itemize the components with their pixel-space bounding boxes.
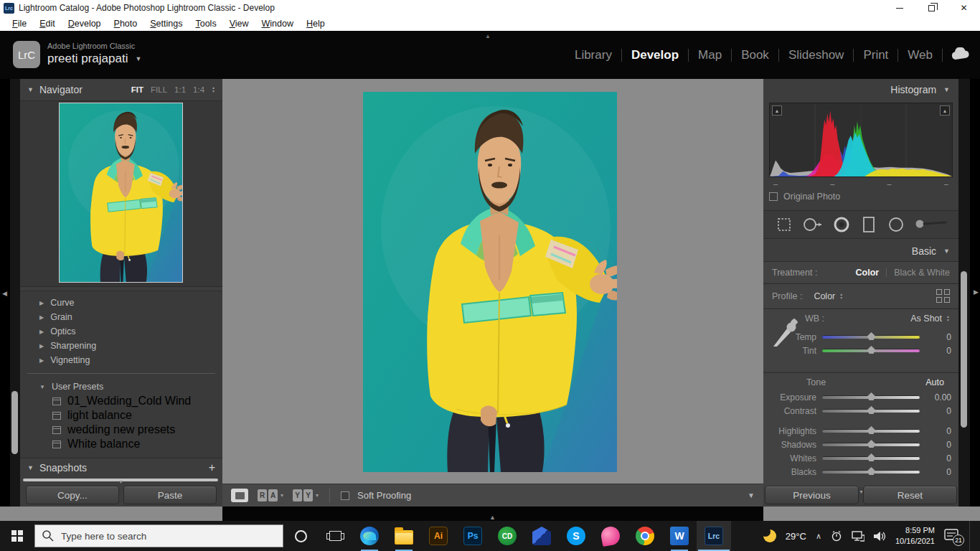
- zoom-fit[interactable]: FIT: [131, 85, 143, 94]
- treatment-bw-option[interactable]: Black & White: [894, 268, 950, 278]
- profile-browser-icon[interactable]: [936, 289, 950, 303]
- preset-item[interactable]: light balance: [20, 408, 222, 423]
- module-library[interactable]: Library: [565, 48, 621, 62]
- crop-tool-icon[interactable]: [775, 215, 793, 234]
- menu-file[interactable]: File: [6, 17, 33, 30]
- right-scrollbar[interactable]: [958, 79, 970, 507]
- taskbar-clock[interactable]: 8:59 PM 10/16/2021: [895, 525, 935, 547]
- weather-moon-icon[interactable]: [763, 529, 776, 542]
- menu-develop[interactable]: Develop: [62, 17, 108, 30]
- task-view-button[interactable]: [318, 521, 352, 551]
- menu-view[interactable]: View: [223, 17, 255, 30]
- before-after-y2[interactable]: Y: [303, 489, 313, 501]
- reference-view-r[interactable]: R: [258, 489, 267, 501]
- filmstrip-handle[interactable]: ▲: [489, 514, 496, 521]
- left-scrollbar-thumb[interactable]: [11, 391, 18, 454]
- zoom-spinner-icon[interactable]: ▲▼: [212, 86, 215, 93]
- adjustment-brush-tool-icon[interactable]: [914, 215, 947, 234]
- right-scrollbar-thumb[interactable]: [961, 271, 967, 428]
- temp-slider[interactable]: [822, 335, 920, 339]
- original-photo-checkbox[interactable]: [769, 192, 778, 201]
- spot-removal-tool-icon[interactable]: [802, 215, 824, 234]
- add-snapshot-button[interactable]: +: [209, 461, 215, 474]
- graduated-filter-tool-icon[interactable]: [859, 215, 878, 234]
- histogram[interactable]: ▲ ▲: [769, 103, 953, 177]
- taskbar-blue-app[interactable]: [524, 521, 559, 551]
- auto-tone-button[interactable]: Auto: [920, 377, 950, 388]
- section-sharpening[interactable]: ▶ Sharpening: [20, 339, 222, 353]
- reference-view-a[interactable]: A: [268, 489, 278, 501]
- navigator-header[interactable]: ▼ Navigator FIT FILL 1:1 1:4 ▲▼: [20, 79, 222, 100]
- cortana-button[interactable]: [283, 521, 318, 551]
- zoom-fill[interactable]: FILL: [151, 85, 167, 94]
- navigator-thumbnail[interactable]: [59, 103, 183, 283]
- whites-slider-thumb[interactable]: [867, 453, 875, 461]
- search-input[interactable]: [34, 524, 283, 547]
- section-user-presets[interactable]: ▼ User Presets: [20, 380, 222, 394]
- tint-slider-thumb[interactable]: [867, 346, 875, 354]
- taskbar-coreldraw[interactable]: CD: [490, 521, 524, 551]
- histogram-header[interactable]: Histogram ▼: [763, 79, 958, 100]
- collapse-top-handle[interactable]: ▲: [485, 33, 491, 39]
- paste-button[interactable]: Paste: [123, 486, 217, 504]
- before-after-y1[interactable]: Y: [293, 489, 302, 501]
- preset-item[interactable]: White balance: [20, 437, 222, 451]
- left-scrollbar[interactable]: [10, 79, 20, 507]
- previous-button[interactable]: Previous: [765, 486, 859, 504]
- basic-panel-header[interactable]: Basic ▼: [763, 241, 958, 261]
- identity-plate[interactable]: preeti prajapati ▼: [47, 52, 141, 66]
- highlights-slider-thumb[interactable]: [867, 426, 875, 434]
- panel-resize-caret[interactable]: ▼: [118, 479, 123, 484]
- zoom-1-4[interactable]: 1:4: [193, 85, 204, 94]
- zoom-1-1[interactable]: 1:1: [174, 85, 186, 94]
- shadows-slider[interactable]: [822, 443, 920, 446]
- taskbar-photoshop[interactable]: Ps: [456, 521, 490, 551]
- menu-edit[interactable]: Edit: [33, 17, 62, 30]
- treatment-color-option[interactable]: Color: [856, 268, 880, 278]
- loupe-view-button[interactable]: [231, 489, 248, 502]
- tray-alarm-icon[interactable]: [831, 530, 842, 542]
- triangle-down-small-icon[interactable]: ▾: [316, 492, 319, 499]
- menu-photo[interactable]: Photo: [108, 17, 144, 30]
- taskbar-file-explorer[interactable]: [387, 521, 421, 551]
- before-after-buttons[interactable]: Y Y ▾: [293, 489, 319, 501]
- blacks-slider-thumb[interactable]: [867, 467, 875, 475]
- temp-slider-thumb[interactable]: [867, 332, 875, 340]
- red-eye-tool-icon[interactable]: [832, 215, 851, 234]
- profile-select[interactable]: Color ▲▼: [814, 291, 843, 301]
- triangle-down-small-icon[interactable]: ▾: [281, 492, 283, 499]
- volume-icon[interactable]: [874, 531, 886, 542]
- exposure-slider-thumb[interactable]: [867, 392, 875, 400]
- wb-eyedropper-icon[interactable]: [771, 315, 798, 348]
- taskbar-illustrator[interactable]: Ai: [421, 521, 456, 551]
- preset-item[interactable]: wedding new presets: [20, 423, 222, 437]
- section-vignetting[interactable]: ▶ Vignetting: [20, 353, 222, 367]
- network-icon[interactable]: [852, 531, 864, 542]
- menu-window[interactable]: Window: [255, 17, 300, 30]
- highlight-clipping-indicator[interactable]: ▲: [940, 105, 950, 116]
- taskbar-pink-app[interactable]: [593, 521, 628, 551]
- shadow-clipping-indicator[interactable]: ▲: [772, 105, 782, 116]
- menu-help[interactable]: Help: [300, 17, 331, 30]
- restore-button[interactable]: [915, 0, 948, 16]
- weather-temperature[interactable]: 29°C: [786, 531, 806, 542]
- blacks-slider[interactable]: [822, 470, 920, 474]
- section-curve[interactable]: ▶ Curve: [20, 296, 222, 310]
- tray-chevron-up-icon[interactable]: ∧: [816, 532, 821, 541]
- taskbar-chrome[interactable]: [628, 521, 662, 551]
- taskbar-edge[interactable]: [352, 521, 387, 551]
- action-center-button[interactable]: 21: [944, 529, 960, 543]
- taskbar-lightroom[interactable]: Lrc: [697, 521, 731, 551]
- section-grain[interactable]: ▶ Grain: [20, 310, 222, 324]
- main-photo[interactable]: [363, 92, 617, 472]
- reference-view-buttons[interactable]: R A ▾: [258, 489, 283, 501]
- tint-slider[interactable]: [822, 349, 920, 352]
- soft-proofing-checkbox[interactable]: [341, 491, 349, 500]
- module-print[interactable]: Print: [854, 48, 897, 62]
- contrast-slider[interactable]: [822, 409, 920, 413]
- menu-settings[interactable]: Settings: [143, 17, 189, 30]
- taskbar-skype[interactable]: S: [559, 521, 593, 551]
- taskbar-search[interactable]: [34, 524, 283, 547]
- left-panel-collapse-arrow[interactable]: ◀: [2, 290, 7, 297]
- show-desktop-button[interactable]: [969, 521, 973, 551]
